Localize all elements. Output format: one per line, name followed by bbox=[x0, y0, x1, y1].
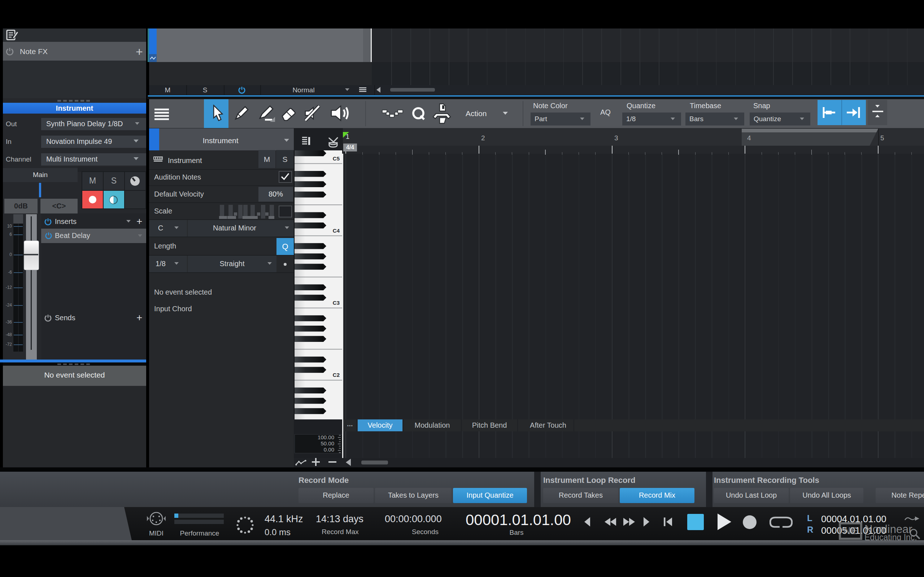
svg-text:C2: C2 bbox=[333, 372, 340, 378]
svg-text:C4: C4 bbox=[333, 227, 340, 234]
svg-text:C5: C5 bbox=[333, 155, 340, 161]
svg-text:C3: C3 bbox=[333, 300, 340, 306]
